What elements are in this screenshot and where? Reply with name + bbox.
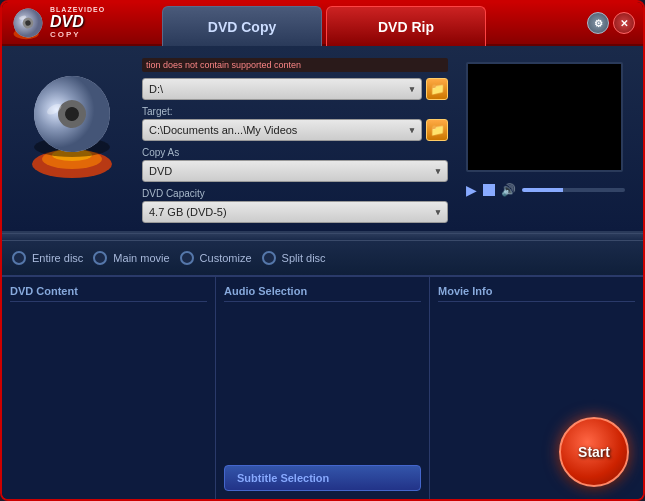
close-button[interactable]: ✕ <box>613 12 635 34</box>
volume-slider[interactable] <box>522 188 625 192</box>
mode-split-disc-label: Split disc <box>282 252 326 264</box>
audio-selection-header: Audio Selection <box>224 285 421 302</box>
stop-button[interactable] <box>483 184 495 196</box>
target-label: Target: <box>142 106 448 117</box>
settings-button[interactable]: ⚙ <box>587 12 609 34</box>
logo-disc-icon <box>10 5 46 41</box>
source-dropdown[interactable]: D:\ <box>142 78 422 100</box>
radio-main-movie <box>93 251 107 265</box>
settings-section: tion does not contain supported conten D… <box>2 46 643 233</box>
copy-mode-bar: Entire disc Main movie Customize Split d… <box>2 241 643 277</box>
source-dropdown-wrapper: D:\ ▼ <box>142 78 422 100</box>
play-button[interactable]: ▶ <box>466 182 477 198</box>
preview-controls: ▶ 🔊 <box>466 178 625 202</box>
mode-main-movie[interactable]: Main movie <box>93 251 169 265</box>
mode-entire-disc-label: Entire disc <box>32 252 83 264</box>
dvd-content-content <box>10 308 207 491</box>
audio-selection-panel: Audio Selection Subtitle Selection <box>216 277 430 499</box>
logo-area: BlazeVideo DVD COPY <box>2 1 162 45</box>
center-panel: tion does not contain supported conten D… <box>2 46 643 499</box>
close-icon: ✕ <box>620 18 628 29</box>
start-button[interactable]: Start <box>559 417 629 487</box>
mode-customize-label: Customize <box>200 252 252 264</box>
target-field-row: Target: C:\Documents an...\My Videos ▼ 📁 <box>142 106 448 141</box>
mode-main-movie-label: Main movie <box>113 252 169 264</box>
brand-sub-text: COPY <box>50 30 105 40</box>
dvd-capacity-dropdown[interactable]: 4.7 GB (DVD-5) <box>142 201 448 223</box>
folder-icon-2: 📁 <box>430 123 445 137</box>
dvd-capacity-dropdown-wrapper: 4.7 GB (DVD-5) ▼ <box>142 201 448 223</box>
logo-text: BlazeVideo DVD COPY <box>50 6 105 40</box>
bottom-panels: DVD Content Audio Selection Subtitle Sel… <box>2 277 643 499</box>
source-folder-button[interactable]: 📁 <box>426 78 448 100</box>
divider-bar <box>2 233 643 241</box>
window-controls: ⚙ ✕ <box>587 12 643 34</box>
start-button-container: Start <box>559 417 629 487</box>
volume-icon: 🔊 <box>501 183 516 197</box>
disc-image-area <box>12 54 132 184</box>
copy-as-label: Copy As <box>142 147 448 158</box>
top-bar: BlazeVideo DVD COPY DVD Copy DVD Rip ⚙ ✕ <box>2 2 643 46</box>
dvd-content-panel: DVD Content <box>2 277 216 499</box>
audio-selection-content <box>224 308 421 459</box>
dvd-content-header: DVD Content <box>10 285 207 302</box>
source-field-row: D:\ ▼ 📁 <box>142 78 448 100</box>
form-area: tion does not contain supported conten D… <box>142 54 448 223</box>
warning-text: tion does not contain supported conten <box>142 58 448 72</box>
target-folder-button[interactable]: 📁 <box>426 119 448 141</box>
radio-customize <box>180 251 194 265</box>
source-input-row: D:\ ▼ 📁 <box>142 78 448 100</box>
copy-as-dropdown-wrapper: DVD ▼ <box>142 160 448 182</box>
target-dropdown[interactable]: C:\Documents an...\My Videos <box>142 119 422 141</box>
mode-customize[interactable]: Customize <box>180 251 252 265</box>
target-input-row: C:\Documents an...\My Videos ▼ 📁 <box>142 119 448 141</box>
dvd-capacity-label: DVD Capacity <box>142 188 448 199</box>
preview-screen <box>466 62 623 172</box>
radio-entire-disc <box>12 251 26 265</box>
folder-icon: 📁 <box>430 82 445 96</box>
preview-panel: ▶ 🔊 <box>458 54 633 223</box>
mode-split-disc[interactable]: Split disc <box>262 251 326 265</box>
mode-entire-disc[interactable]: Entire disc <box>12 251 83 265</box>
copy-as-dropdown[interactable]: DVD <box>142 160 448 182</box>
brand-main-text: DVD <box>50 14 105 30</box>
settings-icon: ⚙ <box>594 18 603 29</box>
app-container: BlazeVideo DVD COPY DVD Copy DVD Rip ⚙ ✕ <box>0 0 645 501</box>
tab-area: DVD Copy DVD Rip <box>162 2 587 44</box>
radio-split-disc <box>262 251 276 265</box>
target-dropdown-wrapper: C:\Documents an...\My Videos ▼ <box>142 119 422 141</box>
movie-info-header: Movie Info <box>438 285 635 302</box>
main-content: tion does not contain supported conten D… <box>2 46 643 499</box>
subtitle-selection-button[interactable]: Subtitle Selection <box>224 465 421 491</box>
copy-as-field-row: Copy As DVD ▼ <box>142 147 448 182</box>
tab-dvd-copy[interactable]: DVD Copy <box>162 6 322 46</box>
dvd-capacity-field-row: DVD Capacity 4.7 GB (DVD-5) ▼ <box>142 188 448 223</box>
tab-dvd-rip[interactable]: DVD Rip <box>326 6 486 46</box>
